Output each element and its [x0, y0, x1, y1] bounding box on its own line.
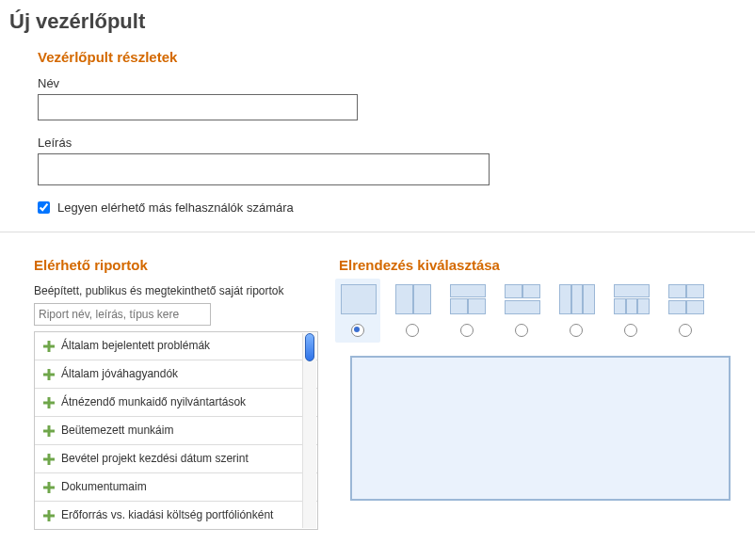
layout-preview — [350, 356, 731, 501]
plus-icon — [42, 368, 56, 381]
layout-option[interactable] — [395, 284, 429, 337]
svg-rect-3 — [43, 373, 55, 376]
layout-thumb — [559, 284, 593, 312]
share-label: Legyen elérhető más felhasználók számára — [57, 200, 294, 215]
report-list-item[interactable]: Erőforrás vs. kiadási költség portfólión… — [35, 501, 317, 529]
name-label: Név — [38, 76, 755, 90]
details-section-title: Vezérlőpult részletek — [38, 49, 755, 65]
reports-list: Általam bejelentett problémákÁltalam jóv… — [34, 331, 318, 530]
report-item-label: Átnézendő munkaidő nyilvántartások — [61, 395, 246, 409]
svg-rect-13 — [43, 514, 55, 517]
report-list-item[interactable]: Általam jóváhagyandók — [35, 360, 317, 388]
plus-icon — [42, 481, 56, 494]
report-list-item[interactable]: Általam bejelentett problémák — [35, 332, 317, 360]
plus-icon — [42, 424, 56, 438]
layout-thumb — [614, 284, 648, 312]
page-title: Új vezérlőpult — [9, 9, 755, 34]
report-list-item[interactable]: Beütemezett munkáim — [35, 416, 317, 444]
svg-rect-1 — [43, 344, 55, 347]
report-item-label: Bevétel projekt kezdési dátum szerint — [61, 452, 249, 466]
report-item-label: Erőforrás vs. kiadási költség portfólión… — [61, 508, 273, 522]
report-item-label: Általam jóváhagyandók — [61, 367, 178, 381]
reports-subtitle: Beépített, publikus és megtekinthető saj… — [34, 284, 320, 297]
plus-icon — [42, 509, 56, 522]
layout-option[interactable] — [505, 284, 538, 337]
layout-radio[interactable] — [570, 324, 583, 337]
svg-rect-9 — [43, 457, 55, 460]
scroll-thumb[interactable] — [305, 333, 314, 361]
layout-radio[interactable] — [515, 324, 528, 337]
report-list-item[interactable]: Dokumentumaim — [35, 472, 317, 501]
layout-radio[interactable] — [679, 324, 692, 337]
layout-radio[interactable] — [351, 324, 364, 337]
description-input[interactable] — [38, 153, 490, 185]
plus-icon — [42, 340, 56, 353]
layout-thumb — [341, 284, 375, 312]
svg-rect-11 — [43, 486, 55, 488]
layout-radio[interactable] — [406, 324, 419, 337]
layout-thumb — [450, 284, 484, 312]
svg-rect-5 — [43, 401, 55, 404]
report-item-label: Beütemezett munkáim — [61, 424, 173, 438]
layout-thumb — [395, 284, 429, 312]
layout-thumb — [668, 284, 702, 312]
layout-radio[interactable] — [460, 324, 474, 337]
report-item-label: Általam bejelentett problémák — [61, 339, 210, 353]
report-list-item[interactable]: Bevétel projekt kezdési dátum szerint — [35, 444, 317, 472]
name-input[interactable] — [38, 94, 358, 120]
reports-section-title: Elérhető riportok — [34, 257, 320, 273]
scrollbar[interactable] — [302, 333, 316, 528]
report-item-label: Dokumentumaim — [61, 480, 147, 494]
plus-icon — [42, 453, 56, 466]
layout-radio[interactable] — [624, 324, 637, 337]
report-filter-input[interactable] — [34, 303, 211, 326]
layout-thumb — [505, 284, 538, 312]
layout-section-title: Elrendezés kiválasztása — [339, 257, 755, 273]
layout-option[interactable] — [614, 284, 648, 337]
layout-option[interactable] — [335, 279, 380, 343]
layout-option[interactable] — [668, 284, 702, 337]
svg-rect-7 — [43, 429, 55, 432]
plus-icon — [42, 396, 56, 409]
layout-option[interactable] — [450, 284, 484, 337]
share-checkbox[interactable] — [38, 201, 50, 214]
report-list-item[interactable]: Átnézendő munkaidő nyilvántartások — [35, 388, 317, 416]
divider — [0, 232, 755, 232]
description-label: Leírás — [38, 136, 755, 150]
layout-option[interactable] — [559, 284, 593, 337]
